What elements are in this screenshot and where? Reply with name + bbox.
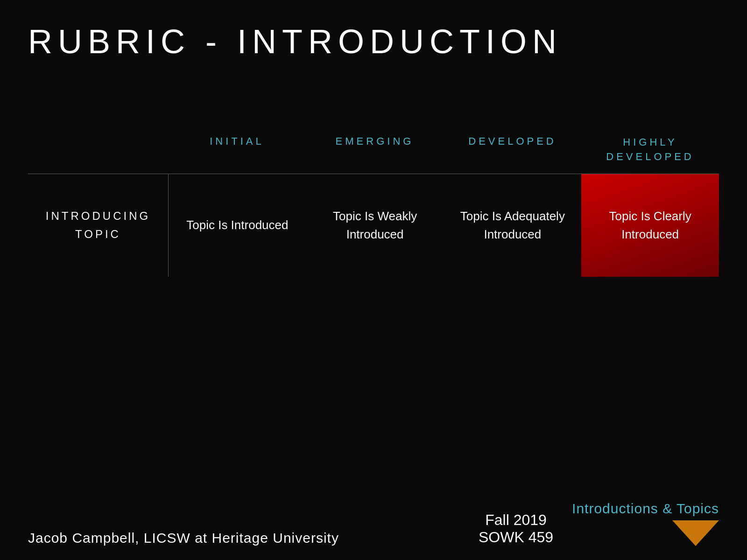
cell-developed: Topic Is AdequatelyIntroduced (444, 174, 582, 277)
col-header-developed: DEVELOPED (444, 131, 581, 174)
footer: Jacob Campbell, LICSW at Heritage Univer… (0, 501, 747, 546)
col-header-highly-developed: HIGHLYDEVELOPED (581, 131, 719, 174)
footer-course-title: Fall 2019 (479, 511, 553, 529)
rubric-table: INITIAL EMERGING DEVELOPED HIGHLYDEVELOP… (28, 131, 719, 277)
triangle-icon (672, 520, 719, 546)
footer-course-code: SOWK 459 (479, 529, 553, 546)
cell-emerging: Topic Is WeaklyIntroduced (306, 174, 444, 277)
data-cells-container: Topic Is Introduced Topic Is WeaklyIntro… (168, 174, 719, 277)
row-label-text: INTRODUCINGTOPIC (46, 207, 150, 243)
cell-initial: Topic Is Introduced (169, 174, 306, 277)
row-label-introducing-topic: INTRODUCINGTOPIC (28, 174, 168, 277)
col-header-initial: INITIAL (168, 131, 306, 174)
footer-author: Jacob Campbell, LICSW at Heritage Univer… (28, 530, 479, 546)
row-label-header-spacer (28, 131, 168, 174)
col-header-emerging: EMERGING (306, 131, 444, 174)
cell-highly-developed: Topic Is ClearlyIntroduced (581, 174, 719, 277)
header-row: INITIAL EMERGING DEVELOPED HIGHLYDEVELOP… (28, 131, 719, 174)
column-headers: INITIAL EMERGING DEVELOPED HIGHLYDEVELOP… (168, 131, 719, 174)
footer-topic: Introductions & Topics (572, 501, 719, 546)
footer-topic-text: Introductions & Topics (572, 501, 719, 517)
content-row: INTRODUCINGTOPIC Topic Is Introduced Top… (28, 174, 719, 277)
page-title: RUBRIC - INTRODUCTION (28, 22, 562, 61)
footer-course: Fall 2019 SOWK 459 (479, 511, 553, 546)
